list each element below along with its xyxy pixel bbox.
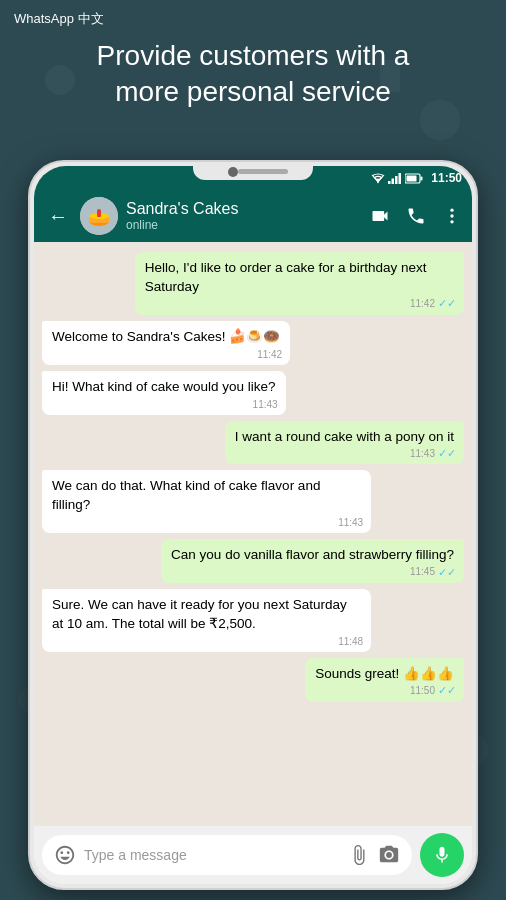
header-subtitle: more personal service	[115, 76, 390, 107]
contact-status: online	[126, 218, 362, 232]
message-6-text: Can you do vanilla flavor and strawberry…	[171, 547, 454, 562]
message-input[interactable]: Type a message	[84, 847, 340, 863]
message-2: Welcome to Sandra's Cakes! 🍰🍮🍩 11:42	[42, 321, 290, 365]
input-bar: Type a message	[34, 826, 472, 884]
message-6: Can you do vanilla flavor and strawberry…	[161, 539, 464, 583]
phone-camera	[228, 167, 238, 177]
message-5: We can do that. What kind of cake flavor…	[42, 470, 371, 533]
signal-icon	[388, 173, 402, 184]
svg-rect-10	[399, 173, 402, 184]
message-1-time: 11:42 ✓✓	[410, 296, 456, 311]
more-options-icon[interactable]	[442, 206, 462, 226]
wifi-icon	[371, 173, 385, 184]
svg-point-23	[386, 852, 392, 858]
message-3-text: Hi! What kind of cake would you like?	[52, 379, 276, 394]
app-name: WhatsApp 中文	[14, 10, 104, 28]
battery-icon	[405, 173, 423, 184]
svg-point-6	[377, 181, 379, 183]
message-2-text: Welcome to Sandra's Cakes! 🍰🍮🍩	[52, 329, 280, 344]
emoji-button[interactable]	[54, 844, 76, 866]
svg-point-22	[450, 220, 453, 223]
chat-header: ← Sandra's Cakes online	[34, 190, 472, 242]
svg-point-19	[97, 209, 101, 213]
svg-rect-8	[392, 178, 395, 184]
back-button[interactable]: ←	[44, 201, 72, 232]
message-8-text: Sounds great! 👍👍👍	[315, 666, 454, 681]
signal-icons	[371, 173, 423, 184]
message-4: I want a round cake with a pony on it 11…	[225, 421, 464, 465]
camera-icon[interactable]	[378, 844, 400, 866]
contact-name: Sandra's Cakes	[126, 200, 362, 218]
phone-screen: 11:50 ← Sandra's Cakes online	[34, 166, 472, 884]
svg-rect-13	[421, 176, 423, 180]
message-4-time: 11:43 ✓✓	[410, 446, 456, 461]
message-input-wrapper[interactable]: Type a message	[42, 835, 412, 875]
message-1-text: Hello, I'd like to order a cake for a bi…	[145, 260, 427, 294]
svg-rect-7	[388, 181, 391, 184]
chat-messages: Hello, I'd like to order a cake for a bi…	[34, 242, 472, 826]
header-title: Provide customers with a	[97, 40, 410, 71]
svg-point-20	[450, 209, 453, 212]
message-5-text: We can do that. What kind of cake flavor…	[52, 478, 320, 512]
contact-info: Sandra's Cakes online	[126, 200, 362, 232]
promo-header: Provide customers with a more personal s…	[0, 38, 506, 111]
message-5-time: 11:43	[338, 516, 363, 530]
message-3: Hi! What kind of cake would you like? 11…	[42, 371, 286, 415]
message-7-time: 11:48	[338, 635, 363, 649]
chat-header-icons	[370, 206, 462, 226]
video-call-icon[interactable]	[370, 206, 390, 226]
mic-button[interactable]	[420, 833, 464, 877]
attachment-icon[interactable]	[348, 844, 370, 866]
message-8: Sounds great! 👍👍👍 11:50 ✓✓	[305, 658, 464, 702]
svg-rect-12	[407, 175, 417, 181]
status-time: 11:50	[431, 171, 462, 185]
message-7: Sure. We can have it ready for you next …	[42, 589, 371, 652]
svg-point-21	[450, 214, 453, 217]
message-2-time: 11:42	[257, 348, 282, 362]
message-4-text: I want a round cake with a pony on it	[235, 429, 454, 444]
message-7-text: Sure. We can have it ready for you next …	[52, 597, 347, 631]
app-name-text: WhatsApp 中文	[14, 11, 104, 26]
contact-avatar[interactable]	[80, 197, 118, 235]
phone-speaker	[238, 169, 288, 174]
svg-rect-9	[395, 176, 398, 184]
message-3-time: 11:43	[253, 398, 278, 412]
message-6-time: 11:45 ✓✓	[410, 565, 456, 580]
phone-call-icon[interactable]	[406, 206, 426, 226]
message-1: Hello, I'd like to order a cake for a bi…	[135, 252, 464, 315]
phone-mockup: 11:50 ← Sandra's Cakes online	[28, 160, 478, 890]
mic-icon	[432, 845, 452, 865]
message-8-time: 11:50 ✓✓	[410, 683, 456, 698]
